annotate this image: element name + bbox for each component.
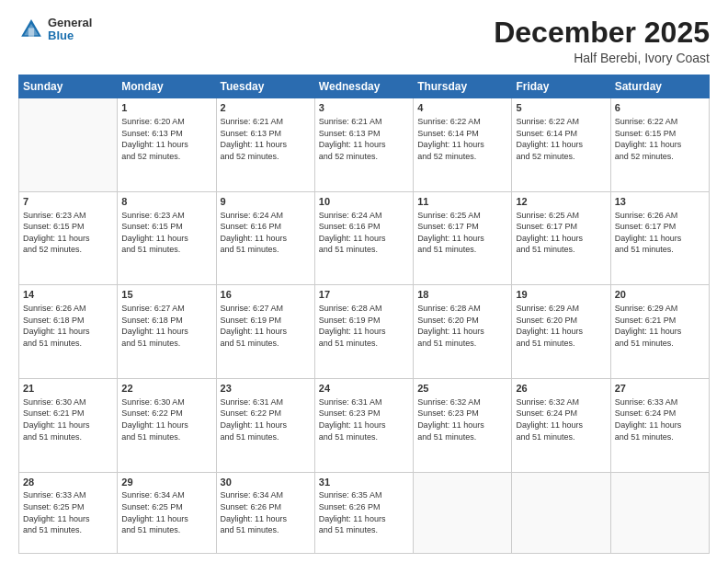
day-number: 8	[121, 195, 211, 209]
day-info: Sunrise: 6:21 AM Sunset: 6:13 PM Dayligh…	[319, 116, 409, 162]
calendar-cell: 12Sunrise: 6:25 AM Sunset: 6:17 PM Dayli…	[512, 191, 610, 285]
calendar-cell: 14Sunrise: 6:26 AM Sunset: 6:18 PM Dayli…	[19, 285, 118, 379]
col-monday: Monday	[118, 75, 216, 98]
col-saturday: Saturday	[610, 75, 709, 98]
calendar-cell: 30Sunrise: 6:34 AM Sunset: 6:26 PM Dayli…	[216, 472, 314, 553]
day-number: 24	[319, 382, 409, 396]
calendar-cell: 3Sunrise: 6:21 AM Sunset: 6:13 PM Daylig…	[314, 98, 413, 192]
day-number: 6	[615, 101, 705, 115]
day-number: 15	[121, 288, 211, 302]
day-info: Sunrise: 6:31 AM Sunset: 6:22 PM Dayligh…	[221, 396, 311, 442]
col-wednesday: Wednesday	[314, 75, 413, 98]
calendar-cell: 22Sunrise: 6:30 AM Sunset: 6:22 PM Dayli…	[118, 379, 216, 473]
calendar-week-2: 7Sunrise: 6:23 AM Sunset: 6:15 PM Daylig…	[19, 191, 710, 285]
day-number: 29	[121, 476, 211, 489]
calendar-cell: 18Sunrise: 6:28 AM Sunset: 6:20 PM Dayli…	[414, 285, 512, 379]
calendar-week-5: 28Sunrise: 6:33 AM Sunset: 6:25 PM Dayli…	[19, 472, 710, 553]
day-number: 21	[23, 382, 113, 396]
day-info: Sunrise: 6:23 AM Sunset: 6:15 PM Dayligh…	[121, 210, 211, 256]
day-number: 17	[319, 288, 409, 302]
calendar-cell: 29Sunrise: 6:34 AM Sunset: 6:25 PM Dayli…	[118, 472, 216, 553]
svg-rect-2	[28, 29, 34, 37]
calendar-cell: 9Sunrise: 6:24 AM Sunset: 6:16 PM Daylig…	[216, 191, 314, 285]
day-number: 9	[221, 195, 311, 209]
calendar-cell: 24Sunrise: 6:31 AM Sunset: 6:23 PM Dayli…	[314, 379, 413, 473]
header-row: Sunday Monday Tuesday Wednesday Thursday…	[19, 75, 710, 98]
logo-blue-text: Blue	[48, 29, 92, 42]
col-thursday: Thursday	[414, 75, 512, 98]
calendar-cell	[19, 98, 118, 192]
location: Half Berebi, Ivory Coast	[494, 51, 710, 65]
calendar-cell: 5Sunrise: 6:22 AM Sunset: 6:14 PM Daylig…	[512, 98, 610, 192]
day-info: Sunrise: 6:29 AM Sunset: 6:21 PM Dayligh…	[615, 303, 705, 349]
day-number: 16	[221, 288, 311, 302]
day-info: Sunrise: 6:30 AM Sunset: 6:22 PM Dayligh…	[121, 396, 211, 442]
calendar-cell: 8Sunrise: 6:23 AM Sunset: 6:15 PM Daylig…	[118, 191, 216, 285]
month-title: December 2025	[494, 17, 710, 49]
calendar-cell: 31Sunrise: 6:35 AM Sunset: 6:26 PM Dayli…	[314, 472, 413, 553]
calendar-cell: 7Sunrise: 6:23 AM Sunset: 6:15 PM Daylig…	[19, 191, 118, 285]
day-info: Sunrise: 6:31 AM Sunset: 6:23 PM Dayligh…	[319, 396, 409, 442]
day-number: 31	[319, 476, 409, 489]
day-number: 3	[319, 101, 409, 115]
day-info: Sunrise: 6:22 AM Sunset: 6:14 PM Dayligh…	[516, 116, 606, 162]
day-info: Sunrise: 6:21 AM Sunset: 6:13 PM Dayligh…	[221, 116, 311, 162]
logo-text: General Blue	[48, 17, 92, 43]
calendar-cell: 20Sunrise: 6:29 AM Sunset: 6:21 PM Dayli…	[610, 285, 709, 379]
day-info: Sunrise: 6:25 AM Sunset: 6:17 PM Dayligh…	[417, 210, 507, 256]
day-number: 1	[121, 101, 211, 115]
day-number: 11	[417, 195, 507, 209]
calendar-cell: 11Sunrise: 6:25 AM Sunset: 6:17 PM Dayli…	[414, 191, 512, 285]
day-info: Sunrise: 6:22 AM Sunset: 6:14 PM Dayligh…	[417, 116, 507, 162]
day-info: Sunrise: 6:28 AM Sunset: 6:19 PM Dayligh…	[319, 303, 409, 349]
calendar-cell: 10Sunrise: 6:24 AM Sunset: 6:16 PM Dayli…	[314, 191, 413, 285]
day-info: Sunrise: 6:23 AM Sunset: 6:15 PM Dayligh…	[23, 210, 113, 256]
day-info: Sunrise: 6:32 AM Sunset: 6:23 PM Dayligh…	[417, 396, 507, 442]
day-number: 2	[221, 101, 311, 115]
day-number: 20	[615, 288, 705, 302]
day-number: 26	[516, 382, 606, 396]
day-number: 10	[319, 195, 409, 209]
calendar-week-3: 14Sunrise: 6:26 AM Sunset: 6:18 PM Dayli…	[19, 285, 710, 379]
day-info: Sunrise: 6:22 AM Sunset: 6:15 PM Dayligh…	[615, 116, 705, 162]
day-info: Sunrise: 6:27 AM Sunset: 6:19 PM Dayligh…	[221, 303, 311, 349]
day-info: Sunrise: 6:34 AM Sunset: 6:26 PM Dayligh…	[221, 489, 311, 535]
col-friday: Friday	[512, 75, 610, 98]
title-block: December 2025 Half Berebi, Ivory Coast	[494, 17, 710, 65]
calendar-cell: 2Sunrise: 6:21 AM Sunset: 6:13 PM Daylig…	[216, 98, 314, 192]
day-number: 7	[23, 195, 113, 209]
calendar-cell: 23Sunrise: 6:31 AM Sunset: 6:22 PM Dayli…	[216, 379, 314, 473]
calendar-cell: 21Sunrise: 6:30 AM Sunset: 6:21 PM Dayli…	[19, 379, 118, 473]
day-number: 12	[516, 195, 606, 209]
day-number: 27	[615, 382, 705, 396]
day-number: 28	[23, 476, 113, 489]
day-info: Sunrise: 6:30 AM Sunset: 6:21 PM Dayligh…	[23, 396, 113, 442]
day-number: 30	[221, 476, 311, 489]
calendar-cell: 17Sunrise: 6:28 AM Sunset: 6:19 PM Dayli…	[314, 285, 413, 379]
calendar-cell: 16Sunrise: 6:27 AM Sunset: 6:19 PM Dayli…	[216, 285, 314, 379]
day-number: 5	[516, 101, 606, 115]
calendar-cell: 4Sunrise: 6:22 AM Sunset: 6:14 PM Daylig…	[414, 98, 512, 192]
day-number: 13	[615, 195, 705, 209]
calendar-cell: 15Sunrise: 6:27 AM Sunset: 6:18 PM Dayli…	[118, 285, 216, 379]
header: General Blue December 2025 Half Berebi, …	[18, 17, 710, 65]
day-info: Sunrise: 6:32 AM Sunset: 6:24 PM Dayligh…	[516, 396, 606, 442]
calendar-cell: 27Sunrise: 6:33 AM Sunset: 6:24 PM Dayli…	[610, 379, 709, 473]
day-info: Sunrise: 6:29 AM Sunset: 6:20 PM Dayligh…	[516, 303, 606, 349]
calendar-cell: 28Sunrise: 6:33 AM Sunset: 6:25 PM Dayli…	[19, 472, 118, 553]
col-tuesday: Tuesday	[216, 75, 314, 98]
calendar-cell: 25Sunrise: 6:32 AM Sunset: 6:23 PM Dayli…	[414, 379, 512, 473]
day-info: Sunrise: 6:24 AM Sunset: 6:16 PM Dayligh…	[221, 210, 311, 256]
day-info: Sunrise: 6:20 AM Sunset: 6:13 PM Dayligh…	[121, 116, 211, 162]
day-number: 14	[23, 288, 113, 302]
day-info: Sunrise: 6:35 AM Sunset: 6:26 PM Dayligh…	[319, 489, 409, 535]
day-info: Sunrise: 6:27 AM Sunset: 6:18 PM Dayligh…	[121, 303, 211, 349]
day-number: 18	[417, 288, 507, 302]
calendar-cell: 13Sunrise: 6:26 AM Sunset: 6:17 PM Dayli…	[610, 191, 709, 285]
day-number: 4	[417, 101, 507, 115]
col-sunday: Sunday	[19, 75, 118, 98]
day-info: Sunrise: 6:26 AM Sunset: 6:17 PM Dayligh…	[615, 210, 705, 256]
calendar-cell: 6Sunrise: 6:22 AM Sunset: 6:15 PM Daylig…	[610, 98, 709, 192]
day-number: 25	[417, 382, 507, 396]
day-info: Sunrise: 6:25 AM Sunset: 6:17 PM Dayligh…	[516, 210, 606, 256]
